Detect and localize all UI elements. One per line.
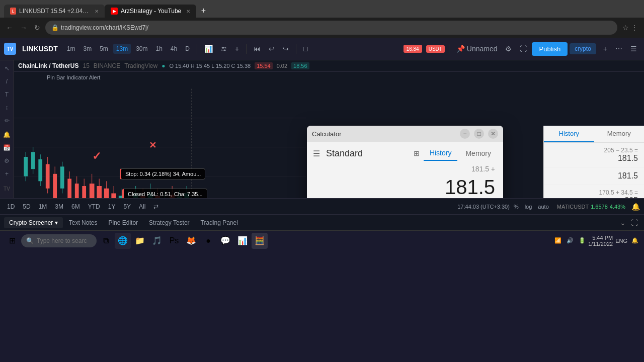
tab-close-linkusdt[interactable]: ✕ (95, 9, 99, 14)
gear-icon[interactable]: ⚙ (3, 155, 11, 167)
period-6m[interactable]: 6M (68, 202, 83, 212)
tab-trading-panel[interactable]: Trading Panel (196, 217, 243, 228)
tf-4h[interactable]: 4h (168, 44, 180, 54)
period-1d[interactable]: 1D (4, 202, 18, 212)
network-icon[interactable]: 📶 (553, 236, 563, 245)
calc-close[interactable]: ✕ (488, 129, 498, 139)
taskview-button[interactable]: ⧉ (98, 233, 114, 249)
taskbar-chrome2-icon[interactable]: ● (200, 233, 216, 249)
search-input[interactable] (37, 237, 87, 244)
settings-icon[interactable]: ⚙ (502, 43, 515, 55)
redo-icon[interactable]: ↪ (280, 43, 292, 55)
tf-d[interactable]: D (182, 44, 193, 54)
calc-tab-memory[interactable]: Memory (459, 146, 497, 160)
volume-icon[interactable]: 🔊 (565, 236, 575, 245)
more-icon[interactable]: ⋯ (612, 43, 625, 55)
windows-search-bar[interactable]: 🔍 (21, 234, 97, 247)
url-display: tradingview.com/chart/iKSEwd7j/ (61, 24, 148, 31)
chart-type-icon[interactable]: 📊 (201, 43, 216, 55)
tf-5m[interactable]: 5m (97, 44, 111, 54)
tf-1m[interactable]: 1m (64, 44, 78, 54)
taskbar-chrome-icon[interactable]: 🌐 (115, 233, 131, 249)
tv-symbol[interactable]: LINKUSDT (22, 45, 58, 53)
calendar-icon[interactable]: 📅 (2, 142, 12, 154)
calc-result: 181.5 (315, 175, 495, 198)
trend-line-tool[interactable]: / (5, 75, 9, 87)
tab-text-notes[interactable]: Text Notes (64, 217, 103, 228)
period-all[interactable]: All (136, 202, 148, 212)
drawing-tool[interactable]: ✏ (4, 115, 11, 127)
tab-crypto-screener[interactable]: Crypto Screener ▾ (4, 217, 63, 228)
battery-icon[interactable]: 🔋 (577, 236, 587, 245)
tf-1h[interactable]: 1h (152, 44, 165, 54)
plus-icon[interactable]: + (4, 168, 10, 180)
undo-icon[interactable]: ↩ (266, 43, 278, 55)
taskbar-app1-icon[interactable]: 💬 (217, 233, 233, 249)
toolbar-separator-3 (296, 44, 296, 54)
tf-3m[interactable]: 3m (80, 44, 95, 54)
period-5y[interactable]: 5Y (120, 202, 134, 212)
tab-linkusdt[interactable]: L LINKUSDT 15.54 +2.04% Unn... ✕ (4, 5, 105, 18)
period-5d[interactable]: 5D (20, 202, 33, 212)
calc-mode-switch-icon[interactable]: ⊞ (412, 147, 422, 159)
text-tool[interactable]: T (4, 88, 10, 101)
taskbar-explorer-icon[interactable]: 📁 (132, 233, 148, 249)
forward-button[interactable]: → (18, 23, 29, 33)
alert-bell-icon[interactable]: 🔔 (631, 203, 640, 211)
indicators-icon[interactable]: ≋ (218, 43, 230, 55)
address-bar[interactable]: 🔒 tradingview.com/chart/iKSEwd7j/ (45, 21, 617, 35)
calc-maximize[interactable]: □ (474, 129, 484, 139)
tf-13m[interactable]: 13m (113, 44, 131, 54)
calc-minimize[interactable]: − (460, 129, 470, 139)
tf-30m[interactable]: 30m (133, 44, 150, 54)
crypto-button[interactable]: crypto (570, 43, 596, 54)
cursor-tool[interactable]: ↖ (4, 62, 11, 74)
taskbar-calculator-icon[interactable]: 🧮 (252, 233, 268, 249)
toolbar-separator-4 (449, 44, 449, 54)
period-1m[interactable]: 1M (36, 202, 50, 212)
panel-collapse-icon[interactable]: ⌄ (618, 217, 628, 229)
tab-strategy-tester[interactable]: Strategy Tester (144, 217, 194, 228)
toolbar-separator-2 (246, 44, 247, 54)
log-btn[interactable]: log (523, 203, 534, 211)
taskbar-spotify-icon[interactable]: 🎵 (149, 233, 165, 249)
refresh-button[interactable]: ↻ (32, 23, 42, 33)
history-tab-history[interactable]: History (544, 126, 594, 142)
tab-pine-editor[interactable]: Pine Editor (103, 217, 143, 228)
auto-btn[interactable]: auto (536, 203, 550, 211)
period-1y[interactable]: 1Y (105, 202, 119, 212)
calc-tab-history[interactable]: History (424, 146, 458, 161)
period-ytd[interactable]: YTD (85, 202, 103, 212)
taskbar-clock[interactable]: 5:44 PM 1/11/2022 (588, 235, 613, 247)
taskbar-date-display: 1/11/2022 (588, 241, 613, 247)
fullscreen-icon[interactable]: ⛶ (517, 43, 530, 55)
history-tab-memory[interactable]: Memory (594, 126, 645, 142)
taskbar-photoshop-icon[interactable]: Ps (166, 233, 182, 249)
menu-icon[interactable]: ☰ (627, 43, 640, 55)
ticker-price: 16.84 (407, 46, 419, 52)
taskbar-app2-icon[interactable]: 📊 (234, 233, 251, 249)
taskbar-firefox-icon[interactable]: 🦊 (183, 233, 199, 249)
tab-close-youtube[interactable]: ✕ (186, 9, 190, 14)
price-range-tool[interactable]: ↕ (5, 102, 10, 114)
add-watchlist-icon[interactable]: + (600, 43, 610, 55)
period-3m[interactable]: 3M (52, 202, 66, 212)
percent-btn[interactable]: % (512, 203, 521, 211)
calc-hamburger-icon[interactable]: ☰ (313, 149, 320, 158)
compare-icon[interactable]: ⇄ (150, 202, 162, 212)
back-button[interactable]: ← (4, 23, 15, 33)
alerts-icon[interactable]: 🔔 (2, 129, 12, 141)
publish-button[interactable]: Publish (532, 42, 568, 56)
start-button[interactable]: ⊞ (4, 233, 20, 249)
compare-icon[interactable]: + (232, 43, 242, 55)
unnamed-icon[interactable]: 📌 Unnamed (453, 43, 501, 55)
drawing-icon[interactable]: □ (300, 43, 310, 55)
usdt-ticker: 16.84 (404, 45, 422, 53)
panel-expand-icon[interactable]: ⛶ (629, 217, 640, 229)
notification-icon[interactable]: 🔔 (630, 236, 640, 245)
tab-youtube[interactable]: ▶ ArzStrategy - YouTube ✕ (105, 5, 196, 18)
stop-tooltip: Stop: 0.34 (2.18%) 34, Amou... (120, 168, 205, 179)
calc-title: Calculator (312, 130, 456, 138)
replay-icon[interactable]: ⏮ (251, 43, 264, 55)
new-tab-button[interactable]: + (196, 4, 210, 18)
